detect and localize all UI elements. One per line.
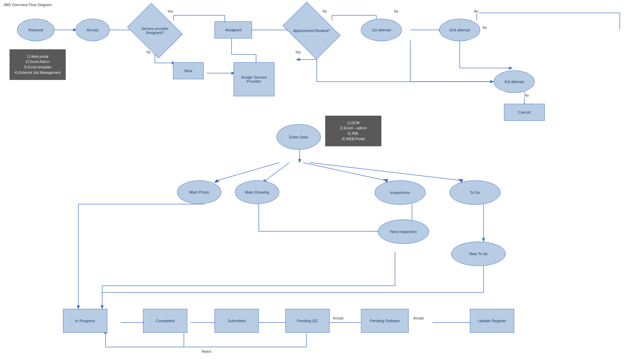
accept-label-release: Accept xyxy=(413,316,425,320)
svg-line-45 xyxy=(218,163,279,180)
diagram-container: JMS Overview Flow Diagram xyxy=(0,0,632,364)
appt-booked-diamond: Appointment Booked? xyxy=(288,14,335,48)
main-photo-node: Main Photo xyxy=(177,180,221,204)
yes-label-appt: Yes xyxy=(295,50,301,54)
no-label-2nd-right: No xyxy=(482,26,488,30)
update-register-node: Update Register xyxy=(470,309,514,333)
no-label-3rd: No xyxy=(524,94,530,97)
new-todo-node: New To do xyxy=(451,242,506,266)
attempt1-node: 1st attempt xyxy=(361,19,402,41)
yes-label-sp: Yes xyxy=(167,10,174,13)
new-node: New xyxy=(173,62,204,79)
todo-node: To Do xyxy=(449,180,501,205)
inspections-node: Inspections xyxy=(375,180,426,205)
svg-line-51 xyxy=(310,163,460,180)
svg-marker-31 xyxy=(490,80,494,83)
assigned-node: Assigned xyxy=(215,21,252,38)
diagram-title: JMS Overview Flow Diagram xyxy=(3,3,52,7)
sp-assigned-diamond: Service provider Assigned? xyxy=(133,14,177,48)
new-inspection-node: New Inspection xyxy=(378,219,429,244)
svg-marker-66 xyxy=(101,305,104,309)
cancel-node: Cancel xyxy=(504,104,545,121)
request-note: 1) Web portal 2) Excel Add-in 3) Excel t… xyxy=(10,49,66,80)
pending-qc-node: Pending QC xyxy=(285,309,330,333)
accept-label-qc: Accept xyxy=(332,316,344,320)
attempt3-node: 3rd attempt xyxy=(494,70,535,93)
main-drawing-node: Main Drawing xyxy=(235,180,279,204)
reject-label: Reject xyxy=(201,350,212,353)
submitted-node: Submitted xyxy=(215,309,259,333)
assign-sp-node: Assign Service Provider xyxy=(234,62,274,96)
svg-marker-34 xyxy=(296,58,300,61)
no-label-1st: No xyxy=(393,10,399,13)
svg-marker-56 xyxy=(482,238,485,242)
completed-node: Completed xyxy=(143,309,187,333)
enter-data-node: Enter Data xyxy=(276,124,321,150)
svg-line-49 xyxy=(303,163,385,180)
no-label-appt: No xyxy=(322,10,328,13)
svg-line-47 xyxy=(266,163,289,180)
no-label-sp: No xyxy=(146,50,152,54)
attempt2-node: 2nd attempt xyxy=(439,19,480,41)
pending-release-node: Pending Release xyxy=(361,309,409,333)
svg-marker-59 xyxy=(77,305,80,309)
svg-marker-39 xyxy=(509,67,512,69)
svg-marker-44 xyxy=(298,159,301,163)
svg-marker-46 xyxy=(215,179,219,183)
no-label-2nd-top: No xyxy=(473,10,479,13)
in-progress-node: In Progress xyxy=(63,309,107,333)
accept-node: Accept xyxy=(76,19,110,41)
enter-data-note: 1) DCM 2) Excel – add-in 3) XML 4) WEB P… xyxy=(325,116,381,146)
request-node: Request xyxy=(17,19,54,41)
